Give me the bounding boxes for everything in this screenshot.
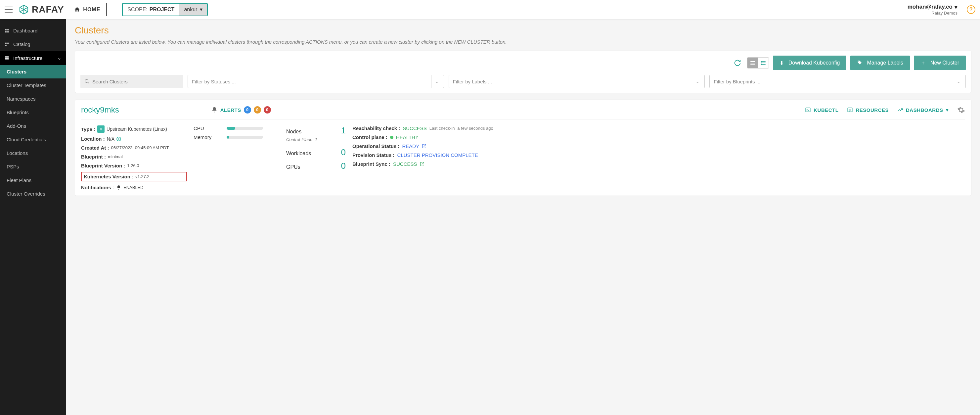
caret-down-icon: ▾ [200,6,202,13]
cluster-card: rocky9mks ALERTS 0 0 0 KUBECTL [75,100,971,196]
cluster-header: rocky9mks ALERTS 0 0 0 KUBECTL [81,105,965,119]
terminal-icon [805,107,811,113]
location-icon [116,137,121,141]
sidebar-sub-cluster-templates[interactable]: Cluster Templates [0,78,66,92]
scope-dropdown[interactable]: ankur ▾ [179,4,207,16]
search-clusters[interactable] [80,75,183,88]
memory-meter-row: Memory [194,134,280,140]
chevron-down-icon: ⌄ [431,75,442,88]
sidebar-sub-locations[interactable]: Locations [0,146,66,160]
operational-status: Operational Status : READY [352,143,965,149]
gpus-stat[interactable]: GPUs 0 [286,161,346,171]
workloads-stat[interactable]: Workloads 0 [286,147,346,157]
filter-status-select[interactable]: Filter by Statuses ... ⌄ [188,75,444,88]
select-placeholder: Filter by Labels ... [453,79,492,84]
sidebar-sub-namespaces[interactable]: Namespaces [0,92,66,106]
user-menu[interactable]: mohan@rafay.co ▾ Rafay Demos ? [908,4,975,16]
home-label: HOME [83,6,100,13]
sidebar-sub-blueprints[interactable]: Blueprints [0,106,66,119]
scope-type: PROJECT [150,6,175,13]
chevron-down-icon: ⌄ [953,75,964,88]
filter-labels-select[interactable]: Filter by Labels ... ⌄ [449,75,705,88]
chart-icon [897,107,903,113]
external-link-icon[interactable] [420,162,425,167]
manage-labels-button[interactable]: Manage Labels [850,56,910,70]
sidebar-item-dashboard[interactable]: Dashboard [0,24,66,37]
chevron-down-icon: ⌄ [57,55,62,61]
svg-line-23 [88,82,89,83]
cpu-meter [227,127,263,130]
svg-rect-6 [5,31,6,32]
link-label: RESOURCES [856,107,889,113]
control-plane-status: Control plane : HEALTHY [352,134,965,140]
blueprint-sync-status: Blueprint Sync : SUCCESS [352,161,965,167]
cpu-meter-row: CPU [194,126,280,131]
main-content: Clusters Your configured Clusters are li… [66,19,980,415]
home-button[interactable]: HOME [74,6,100,13]
home-icon [74,6,80,13]
dashboards-link[interactable]: DASHBOARDS ▾ [897,107,948,113]
sidebar-sub-psps[interactable]: PSPs [0,160,66,173]
link-label: DASHBOARDS [906,107,943,113]
button-label: Download Kubeconfig [788,60,840,66]
external-link-icon[interactable] [422,144,426,149]
bell-icon [116,185,121,190]
cluster-name-link[interactable]: rocky9mks [81,105,119,114]
search-input[interactable] [92,79,179,84]
svg-rect-12 [5,58,9,60]
svg-point-19 [761,62,762,63]
sidebar: Dashboard Catalog Infrastructure ⌄ Clust… [0,19,66,415]
sidebar-item-infrastructure[interactable]: Infrastructure ⌄ [0,51,66,65]
logo-text: RAFAY [32,4,64,15]
kubectl-link[interactable]: KUBECTL [805,107,838,113]
new-cluster-button[interactable]: ＋ New Cluster [914,56,966,70]
sidebar-sub-clusters[interactable]: Clusters [0,65,66,78]
menu-toggle-icon[interactable] [5,6,13,13]
svg-point-22 [85,80,88,83]
logo[interactable]: RAFAY [19,4,64,15]
topbar: RAFAY HOME SCOPE: PROJECT ankur ▾ mohan@… [0,0,980,19]
sidebar-sub-cluster-overrides[interactable]: Cluster Overrides [0,187,66,200]
status-dot-icon [390,136,393,139]
sidebar-sub-addons[interactable]: Add-Ons [0,119,66,133]
page-title: Clusters [75,25,971,36]
download-icon: ⬇ [780,60,784,66]
memory-meter [227,136,263,139]
download-kubeconfig-button[interactable]: ⬇ Download Kubeconfig [773,56,847,70]
caret-down-icon: ▾ [955,4,958,11]
memory-label: Memory [194,134,217,140]
cluster-settings-button[interactable] [957,106,965,114]
resources-link[interactable]: RESOURCES [847,107,889,113]
svg-rect-11 [5,56,9,57]
view-grid-button[interactable] [748,57,758,68]
plus-icon: ＋ [920,60,926,67]
svg-rect-8 [5,42,6,44]
sidebar-item-catalog[interactable]: Catalog [0,37,66,51]
scope-selector[interactable]: SCOPE: PROJECT ankur ▾ [122,3,208,16]
sidebar-sub-fleet-plans[interactable]: Fleet Plans [0,173,66,187]
nodes-stat[interactable]: Nodes 1 [286,126,346,136]
svg-point-18 [761,61,762,62]
svg-point-21 [858,62,859,62]
catalog-icon [5,42,9,47]
list-icon [847,107,853,113]
help-icon[interactable]: ? [967,5,975,14]
alerts-block[interactable]: ALERTS 0 0 0 [211,106,271,113]
view-list-button[interactable] [758,57,768,68]
sidebar-item-label: Catalog [13,41,30,47]
svg-rect-24 [806,108,811,112]
refresh-button[interactable] [732,57,743,68]
logo-mark-icon [19,4,29,15]
button-label: New Cluster [931,60,959,66]
bell-icon [211,107,218,113]
filter-blueprints-select[interactable]: Filter by Blueprints ... ⌄ [710,75,966,88]
alerts-label: ALERTS [220,107,241,113]
button-label: Manage Labels [867,60,903,66]
user-email: mohan@rafay.co ▾ [908,4,958,11]
select-placeholder: Filter by Statuses ... [192,79,236,84]
svg-rect-5 [7,29,9,30]
sidebar-sub-cloud-credentials[interactable]: Cloud Credentials [0,133,66,146]
cluster-location-row: Location : N/A [81,136,187,142]
search-icon [84,79,90,84]
svg-rect-7 [7,31,9,32]
